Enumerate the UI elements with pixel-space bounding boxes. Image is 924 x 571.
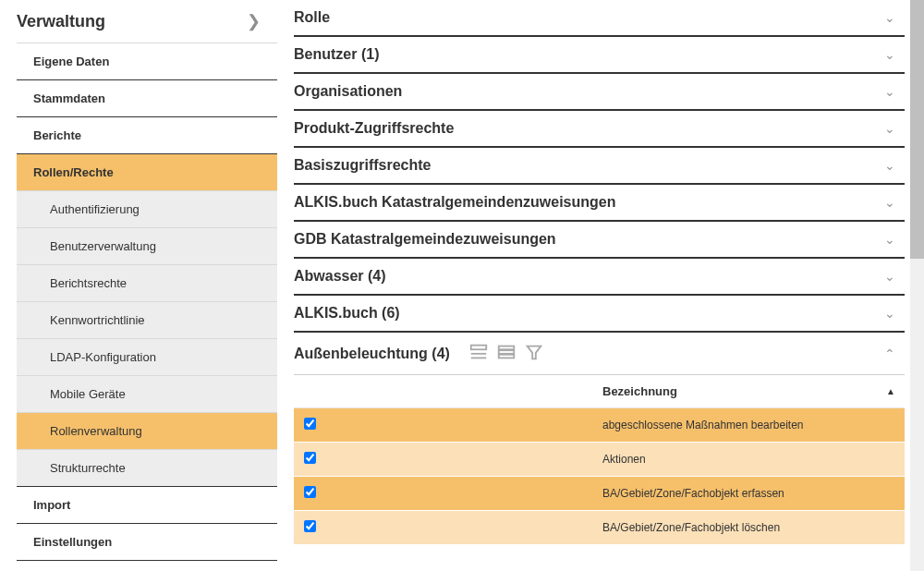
accordion-title: ALKIS.buch Katastralgemeindenzuweisungen	[294, 194, 616, 211]
accordion-gdb-katastral[interactable]: GDB Katastralgemeindezuweisungen ⌄	[294, 222, 905, 259]
sidebar-item-label: Authentifizierung	[50, 202, 140, 216]
list-icon[interactable]	[496, 342, 517, 365]
accordion-title: Organisationen	[294, 83, 402, 100]
table-row[interactable]: BA/Gebiet/Zone/Fachobjekt erfassen	[294, 477, 905, 511]
chevron-down-icon: ⌄	[884, 121, 895, 136]
accordion-title: Produkt-Zugriffsrechte	[294, 120, 454, 137]
chevron-down-icon: ⌄	[884, 10, 895, 25]
accordion-abwasser[interactable]: Abwasser (4) ⌄	[294, 259, 905, 296]
chevron-down-icon: ⌄	[884, 195, 895, 210]
sidebar-item-kennwortrichtlinie[interactable]: Kennwortrichtlinie	[17, 302, 277, 339]
row-checkbox[interactable]	[304, 452, 316, 464]
filter-icon[interactable]	[524, 342, 544, 365]
row-label: abgeschlossene Maßnahmen bearbeiten	[602, 419, 905, 431]
row-label: BA/Gebiet/Zone/Fachobjekt löschen	[602, 521, 905, 534]
accordion-title: Außenbeleuchtung (4)	[294, 346, 450, 362]
accordion-title: Benutzer (1)	[294, 46, 379, 63]
sidebar-item-label: Stammdaten	[33, 91, 105, 105]
sidebar-item-rollen-rechte[interactable]: Rollen/Rechte	[17, 154, 277, 191]
accordion-organisationen[interactable]: Organisationen ⌄	[294, 74, 905, 111]
sidebar-item-label: Import	[33, 498, 70, 512]
sidebar-item-label: Strukturrechte	[50, 461, 126, 475]
sidebar-item-label: Berichtsrechte	[50, 276, 127, 290]
sidebar-item-label: Benutzerverwaltung	[50, 239, 156, 253]
sidebar-item-eigene-daten[interactable]: Eigene Daten	[17, 43, 277, 80]
chevron-up-icon: ⌃	[884, 346, 895, 361]
sidebar-item-label: Rollen/Rechte	[33, 165, 114, 179]
svg-rect-4	[499, 350, 515, 354]
main-panel: Rolle ⌄ Benutzer (1) ⌄ Organisationen ⌄ …	[277, 0, 910, 571]
sidebar-item-label: Berichte	[33, 128, 81, 142]
column-header-bezeichnung[interactable]: Bezeichnung	[602, 384, 886, 398]
sidebar-item-berichte[interactable]: Berichte	[17, 117, 277, 154]
scrollbar[interactable]	[910, 0, 924, 571]
sidebar-item-label: Einstellungen	[33, 535, 112, 549]
chevron-down-icon: ⌄	[884, 47, 895, 62]
sidebar-item-strukturrechte[interactable]: Strukturrechte	[17, 450, 277, 487]
sidebar: Verwaltung ❯ Eigene Daten Stammdaten Ber…	[0, 0, 277, 571]
svg-rect-3	[499, 346, 515, 350]
table-row[interactable]: Aktionen	[294, 443, 905, 477]
sidebar-item-berichtsrechte[interactable]: Berichtsrechte	[17, 265, 277, 302]
chevron-right-icon: ❯	[247, 11, 261, 31]
sort-asc-icon[interactable]: ▲	[886, 386, 895, 396]
sidebar-item-label: Eigene Daten	[33, 55, 109, 68]
sidebar-item-plattform[interactable]: Plattform	[17, 561, 277, 571]
sidebar-item-label: Mobile Geräte	[50, 387, 126, 401]
row-label: BA/Gebiet/Zone/Fachobjekt erfassen	[602, 487, 905, 500]
chevron-down-icon: ⌄	[884, 158, 895, 173]
column-icon[interactable]	[468, 342, 489, 365]
sidebar-item-rollenverwaltung[interactable]: Rollenverwaltung	[17, 413, 277, 450]
accordion-basiszugriffsrechte[interactable]: Basiszugriffsrechte ⌄	[294, 148, 905, 185]
accordion-alkis-katastral[interactable]: ALKIS.buch Katastralgemeindenzuweisungen…	[294, 185, 905, 222]
accordion-rolle[interactable]: Rolle ⌄	[294, 0, 905, 37]
sidebar-item-label: LDAP-Konfiguration	[50, 350, 156, 364]
table-header: Bezeichnung ▲	[294, 375, 905, 408]
accordion-title: Abwasser (4)	[294, 268, 386, 285]
accordion-benutzer[interactable]: Benutzer (1) ⌄	[294, 37, 905, 74]
sidebar-header[interactable]: Verwaltung ❯	[17, 0, 277, 43]
sidebar-item-authentifizierung[interactable]: Authentifizierung	[17, 191, 277, 228]
sidebar-item-import[interactable]: Import	[17, 487, 277, 524]
sidebar-item-mobile-geraete[interactable]: Mobile Geräte	[17, 376, 277, 413]
accordion-title: GDB Katastralgemeindezuweisungen	[294, 231, 556, 248]
svg-rect-0	[471, 346, 487, 350]
accordion-title: Basiszugriffsrechte	[294, 157, 432, 174]
sidebar-item-label: Kennwortrichtlinie	[50, 313, 145, 327]
sidebar-item-stammdaten[interactable]: Stammdaten	[17, 80, 277, 117]
chevron-down-icon: ⌄	[884, 232, 895, 247]
accordion-title: ALKIS.buch (6)	[294, 305, 400, 322]
accordion-alkis-buch[interactable]: ALKIS.buch (6) ⌄	[294, 296, 905, 333]
accordion-title: Rolle	[294, 9, 330, 26]
row-checkbox[interactable]	[304, 418, 316, 430]
sidebar-item-einstellungen[interactable]: Einstellungen	[17, 524, 277, 561]
sidebar-item-label: Rollenverwaltung	[50, 424, 142, 438]
scrollbar-thumb[interactable]	[910, 0, 924, 259]
chevron-down-icon: ⌄	[884, 269, 895, 284]
sidebar-item-benutzerverwaltung[interactable]: Benutzerverwaltung	[17, 228, 277, 265]
accordion-produkt-zugriffsrechte[interactable]: Produkt-Zugriffsrechte ⌄	[294, 111, 905, 148]
row-checkbox[interactable]	[304, 520, 316, 532]
chevron-down-icon: ⌄	[884, 306, 895, 321]
sidebar-title: Verwaltung	[17, 12, 105, 31]
svg-rect-5	[499, 355, 515, 358]
row-checkbox[interactable]	[304, 486, 316, 498]
table-row[interactable]: abgeschlossene Maßnahmen bearbeiten	[294, 408, 905, 443]
sidebar-item-ldap-konfiguration[interactable]: LDAP-Konfiguration	[17, 339, 277, 376]
accordion-aussenbeleuchtung: Außenbeleuchtung (4) ⌃	[294, 333, 905, 545]
row-label: Aktionen	[602, 453, 905, 466]
table-row[interactable]: BA/Gebiet/Zone/Fachobjekt löschen	[294, 511, 905, 545]
accordion-aussenbeleuchtung-header[interactable]: Außenbeleuchtung (4) ⌃	[294, 333, 905, 375]
chevron-down-icon: ⌄	[884, 84, 895, 99]
